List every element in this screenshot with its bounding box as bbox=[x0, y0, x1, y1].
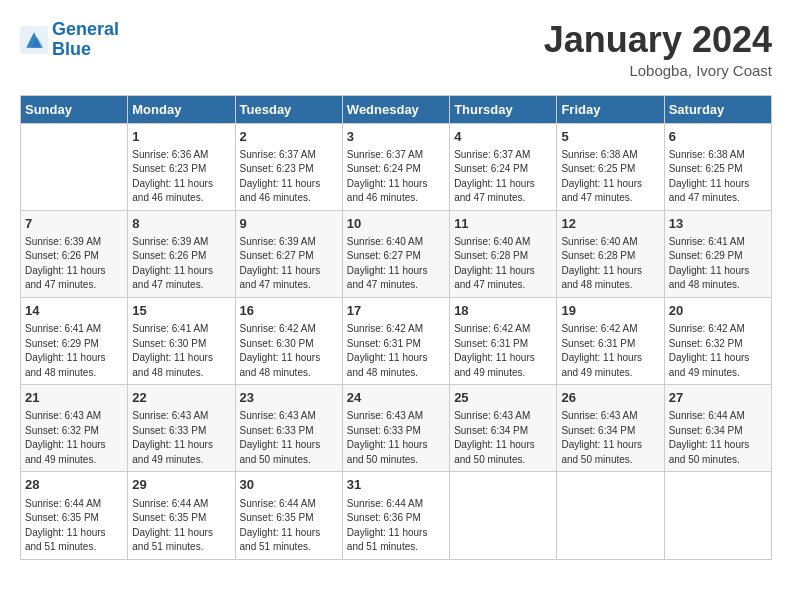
day-number: 2 bbox=[240, 128, 338, 146]
day-cell: 19Sunrise: 6:42 AM Sunset: 6:31 PM Dayli… bbox=[557, 297, 664, 384]
day-number: 20 bbox=[669, 302, 767, 320]
day-info: Sunrise: 6:42 AM Sunset: 6:30 PM Dayligh… bbox=[240, 322, 338, 380]
day-number: 6 bbox=[669, 128, 767, 146]
day-info: Sunrise: 6:41 AM Sunset: 6:29 PM Dayligh… bbox=[25, 322, 123, 380]
day-info: Sunrise: 6:38 AM Sunset: 6:25 PM Dayligh… bbox=[561, 148, 659, 206]
day-number: 26 bbox=[561, 389, 659, 407]
day-number: 19 bbox=[561, 302, 659, 320]
day-cell: 14Sunrise: 6:41 AM Sunset: 6:29 PM Dayli… bbox=[21, 297, 128, 384]
logo-blue: Blue bbox=[52, 39, 91, 59]
calendar-table: SundayMondayTuesdayWednesdayThursdayFrid… bbox=[20, 95, 772, 560]
day-cell: 30Sunrise: 6:44 AM Sunset: 6:35 PM Dayli… bbox=[235, 472, 342, 559]
day-cell: 6Sunrise: 6:38 AM Sunset: 6:25 PM Daylig… bbox=[664, 123, 771, 210]
day-number: 22 bbox=[132, 389, 230, 407]
day-number: 13 bbox=[669, 215, 767, 233]
day-number: 8 bbox=[132, 215, 230, 233]
day-cell: 8Sunrise: 6:39 AM Sunset: 6:26 PM Daylig… bbox=[128, 210, 235, 297]
day-number: 29 bbox=[132, 476, 230, 494]
day-number: 11 bbox=[454, 215, 552, 233]
day-number: 7 bbox=[25, 215, 123, 233]
day-info: Sunrise: 6:40 AM Sunset: 6:28 PM Dayligh… bbox=[454, 235, 552, 293]
col-header-thursday: Thursday bbox=[450, 95, 557, 123]
logo-general: General bbox=[52, 19, 119, 39]
day-number: 31 bbox=[347, 476, 445, 494]
week-row-1: 1Sunrise: 6:36 AM Sunset: 6:23 PM Daylig… bbox=[21, 123, 772, 210]
day-cell: 18Sunrise: 6:42 AM Sunset: 6:31 PM Dayli… bbox=[450, 297, 557, 384]
day-info: Sunrise: 6:39 AM Sunset: 6:26 PM Dayligh… bbox=[132, 235, 230, 293]
day-number: 18 bbox=[454, 302, 552, 320]
day-cell: 12Sunrise: 6:40 AM Sunset: 6:28 PM Dayli… bbox=[557, 210, 664, 297]
day-cell: 15Sunrise: 6:41 AM Sunset: 6:30 PM Dayli… bbox=[128, 297, 235, 384]
day-number: 16 bbox=[240, 302, 338, 320]
day-number: 23 bbox=[240, 389, 338, 407]
day-cell: 7Sunrise: 6:39 AM Sunset: 6:26 PM Daylig… bbox=[21, 210, 128, 297]
day-cell bbox=[21, 123, 128, 210]
day-info: Sunrise: 6:42 AM Sunset: 6:32 PM Dayligh… bbox=[669, 322, 767, 380]
day-cell: 29Sunrise: 6:44 AM Sunset: 6:35 PM Dayli… bbox=[128, 472, 235, 559]
day-info: Sunrise: 6:37 AM Sunset: 6:24 PM Dayligh… bbox=[347, 148, 445, 206]
day-number: 3 bbox=[347, 128, 445, 146]
month-year: January 2024 bbox=[544, 20, 772, 60]
col-header-friday: Friday bbox=[557, 95, 664, 123]
day-cell: 9Sunrise: 6:39 AM Sunset: 6:27 PM Daylig… bbox=[235, 210, 342, 297]
col-header-tuesday: Tuesday bbox=[235, 95, 342, 123]
col-header-wednesday: Wednesday bbox=[342, 95, 449, 123]
week-row-5: 28Sunrise: 6:44 AM Sunset: 6:35 PM Dayli… bbox=[21, 472, 772, 559]
day-info: Sunrise: 6:43 AM Sunset: 6:33 PM Dayligh… bbox=[240, 409, 338, 467]
header-row: SundayMondayTuesdayWednesdayThursdayFrid… bbox=[21, 95, 772, 123]
day-number: 10 bbox=[347, 215, 445, 233]
day-info: Sunrise: 6:44 AM Sunset: 6:34 PM Dayligh… bbox=[669, 409, 767, 467]
day-number: 30 bbox=[240, 476, 338, 494]
day-cell: 24Sunrise: 6:43 AM Sunset: 6:33 PM Dayli… bbox=[342, 385, 449, 472]
day-info: Sunrise: 6:44 AM Sunset: 6:35 PM Dayligh… bbox=[132, 497, 230, 555]
day-info: Sunrise: 6:42 AM Sunset: 6:31 PM Dayligh… bbox=[561, 322, 659, 380]
day-cell: 10Sunrise: 6:40 AM Sunset: 6:27 PM Dayli… bbox=[342, 210, 449, 297]
day-info: Sunrise: 6:43 AM Sunset: 6:33 PM Dayligh… bbox=[347, 409, 445, 467]
week-row-4: 21Sunrise: 6:43 AM Sunset: 6:32 PM Dayli… bbox=[21, 385, 772, 472]
day-number: 4 bbox=[454, 128, 552, 146]
location: Lobogba, Ivory Coast bbox=[544, 62, 772, 79]
day-info: Sunrise: 6:42 AM Sunset: 6:31 PM Dayligh… bbox=[347, 322, 445, 380]
logo-text: General Blue bbox=[52, 20, 119, 60]
day-cell: 5Sunrise: 6:38 AM Sunset: 6:25 PM Daylig… bbox=[557, 123, 664, 210]
day-number: 15 bbox=[132, 302, 230, 320]
day-cell bbox=[450, 472, 557, 559]
col-header-sunday: Sunday bbox=[21, 95, 128, 123]
day-info: Sunrise: 6:41 AM Sunset: 6:30 PM Dayligh… bbox=[132, 322, 230, 380]
day-number: 1 bbox=[132, 128, 230, 146]
day-cell: 20Sunrise: 6:42 AM Sunset: 6:32 PM Dayli… bbox=[664, 297, 771, 384]
day-cell: 3Sunrise: 6:37 AM Sunset: 6:24 PM Daylig… bbox=[342, 123, 449, 210]
day-info: Sunrise: 6:43 AM Sunset: 6:32 PM Dayligh… bbox=[25, 409, 123, 467]
logo: General Blue bbox=[20, 20, 119, 60]
day-cell: 16Sunrise: 6:42 AM Sunset: 6:30 PM Dayli… bbox=[235, 297, 342, 384]
day-number: 28 bbox=[25, 476, 123, 494]
day-cell: 31Sunrise: 6:44 AM Sunset: 6:36 PM Dayli… bbox=[342, 472, 449, 559]
day-number: 25 bbox=[454, 389, 552, 407]
day-cell: 2Sunrise: 6:37 AM Sunset: 6:23 PM Daylig… bbox=[235, 123, 342, 210]
day-cell: 13Sunrise: 6:41 AM Sunset: 6:29 PM Dayli… bbox=[664, 210, 771, 297]
day-cell: 4Sunrise: 6:37 AM Sunset: 6:24 PM Daylig… bbox=[450, 123, 557, 210]
day-number: 12 bbox=[561, 215, 659, 233]
day-cell: 1Sunrise: 6:36 AM Sunset: 6:23 PM Daylig… bbox=[128, 123, 235, 210]
day-info: Sunrise: 6:43 AM Sunset: 6:34 PM Dayligh… bbox=[561, 409, 659, 467]
day-info: Sunrise: 6:38 AM Sunset: 6:25 PM Dayligh… bbox=[669, 148, 767, 206]
day-info: Sunrise: 6:39 AM Sunset: 6:26 PM Dayligh… bbox=[25, 235, 123, 293]
day-number: 17 bbox=[347, 302, 445, 320]
day-info: Sunrise: 6:42 AM Sunset: 6:31 PM Dayligh… bbox=[454, 322, 552, 380]
day-info: Sunrise: 6:36 AM Sunset: 6:23 PM Dayligh… bbox=[132, 148, 230, 206]
day-cell: 22Sunrise: 6:43 AM Sunset: 6:33 PM Dayli… bbox=[128, 385, 235, 472]
col-header-saturday: Saturday bbox=[664, 95, 771, 123]
day-info: Sunrise: 6:37 AM Sunset: 6:23 PM Dayligh… bbox=[240, 148, 338, 206]
day-info: Sunrise: 6:39 AM Sunset: 6:27 PM Dayligh… bbox=[240, 235, 338, 293]
day-cell: 25Sunrise: 6:43 AM Sunset: 6:34 PM Dayli… bbox=[450, 385, 557, 472]
day-info: Sunrise: 6:40 AM Sunset: 6:27 PM Dayligh… bbox=[347, 235, 445, 293]
day-number: 27 bbox=[669, 389, 767, 407]
day-info: Sunrise: 6:43 AM Sunset: 6:33 PM Dayligh… bbox=[132, 409, 230, 467]
day-info: Sunrise: 6:44 AM Sunset: 6:35 PM Dayligh… bbox=[240, 497, 338, 555]
day-info: Sunrise: 6:44 AM Sunset: 6:36 PM Dayligh… bbox=[347, 497, 445, 555]
day-cell: 23Sunrise: 6:43 AM Sunset: 6:33 PM Dayli… bbox=[235, 385, 342, 472]
page-header: General Blue January 2024 Lobogba, Ivory… bbox=[20, 20, 772, 79]
day-info: Sunrise: 6:44 AM Sunset: 6:35 PM Dayligh… bbox=[25, 497, 123, 555]
week-row-2: 7Sunrise: 6:39 AM Sunset: 6:26 PM Daylig… bbox=[21, 210, 772, 297]
logo-icon bbox=[20, 26, 48, 54]
